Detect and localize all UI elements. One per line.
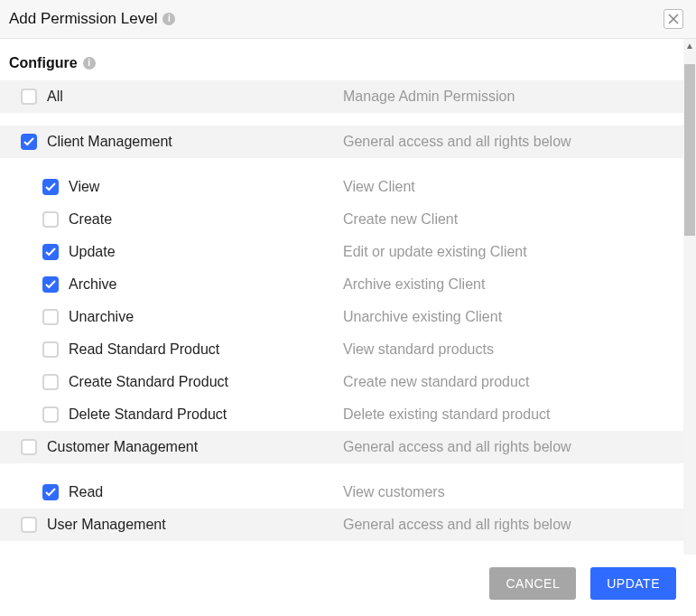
permission-desc: General access and all rights below: [343, 134, 683, 150]
permission-row: Create Standard Product Create new stand…: [0, 366, 683, 398]
permission-desc: General access and all rights below: [343, 439, 683, 455]
permission-group-row: Customer Management General access and a…: [0, 431, 683, 463]
permission-label: Read Standard Product: [69, 341, 219, 358]
checkbox-read[interactable]: [42, 484, 59, 500]
permission-row: Create Create new Client: [0, 203, 683, 236]
permission-group-row: Client Management General access and all…: [0, 126, 683, 158]
info-icon[interactable]: i: [83, 57, 96, 70]
permission-label: All: [47, 89, 63, 105]
dialog-title: Add Permission Level: [9, 10, 157, 28]
permission-label: User Management: [47, 517, 166, 533]
scrollbar-track[interactable]: ▲ ▼: [683, 39, 696, 616]
checkbox-delete-standard-product[interactable]: [42, 406, 59, 423]
permission-desc: General access and all rights below: [343, 517, 683, 533]
checkbox-unarchive[interactable]: [42, 309, 59, 325]
permission-group-row: All Manage Admin Permission: [0, 80, 683, 113]
permission-desc: Edit or update existing Client: [343, 244, 683, 260]
scroll-up-arrow[interactable]: ▲: [683, 39, 696, 51]
checkbox-customer-management[interactable]: [21, 439, 37, 455]
permission-desc: Create new standard product: [343, 374, 683, 390]
checkbox-view[interactable]: [42, 179, 59, 195]
scrollbar-thumb[interactable]: [684, 64, 695, 236]
permission-desc: Delete existing standard product: [343, 406, 683, 423]
cancel-button[interactable]: CANCEL: [489, 567, 576, 600]
checkbox-archive[interactable]: [42, 276, 59, 293]
permission-label: Client Management: [47, 134, 172, 150]
permission-label: Unarchive: [69, 309, 134, 325]
configure-subheader: Configure i: [0, 39, 683, 80]
checkbox-update[interactable]: [42, 244, 59, 260]
permission-group-row: User Management General access and all r…: [0, 509, 683, 541]
permission-row: Read View customers: [0, 476, 683, 509]
configure-title: Configure: [9, 55, 78, 71]
permission-label: Create Standard Product: [69, 374, 228, 390]
permission-row: Archive Archive existing Client: [0, 268, 683, 301]
permission-desc: Create new Client: [343, 211, 683, 228]
permission-label: Update: [69, 244, 116, 260]
dialog-header: Add Permission Level i: [0, 0, 696, 39]
permission-table: All Manage Admin Permission Client Manag…: [0, 80, 683, 551]
permission-desc: View customers: [343, 484, 683, 500]
info-icon[interactable]: i: [162, 13, 175, 25]
checkbox-client-management[interactable]: [21, 134, 37, 150]
permission-label: View: [69, 179, 99, 195]
checkbox-create-standard-product[interactable]: [42, 374, 59, 390]
close-button[interactable]: [664, 9, 683, 29]
permission-label: Delete Standard Product: [69, 406, 227, 423]
permission-label: Read: [69, 484, 103, 500]
permission-row: Delete Standard Product Delete existing …: [0, 398, 683, 431]
permission-row: View View Client: [0, 171, 683, 203]
checkbox-create[interactable]: [42, 211, 59, 228]
permission-desc: Unarchive existing Client: [343, 309, 683, 325]
dialog-footer: CANCEL UPDATE: [0, 555, 696, 616]
update-button[interactable]: UPDATE: [590, 567, 676, 600]
permission-row: Unarchive Unarchive existing Client: [0, 301, 683, 333]
dialog-body: Configure i All Manage Admin Permission: [0, 39, 696, 616]
permission-desc: Manage Admin Permission: [343, 89, 683, 105]
permission-row: Read Standard Product View standard prod…: [0, 333, 683, 366]
checkbox-all[interactable]: [21, 89, 37, 105]
permission-desc: View standard products: [343, 341, 683, 358]
permission-row: Update Edit or update existing Client: [0, 236, 683, 268]
permission-label: Customer Management: [47, 439, 198, 455]
permission-dialog: Add Permission Level i Configure i All M…: [0, 0, 696, 616]
checkbox-user-management[interactable]: [21, 517, 37, 533]
permission-label: Create: [69, 211, 112, 228]
close-icon: [668, 14, 679, 24]
permission-desc: View Client: [343, 179, 683, 195]
permission-label: Archive: [69, 276, 116, 293]
permission-desc: Archive existing Client: [343, 276, 683, 293]
checkbox-read-standard-product[interactable]: [42, 341, 59, 358]
